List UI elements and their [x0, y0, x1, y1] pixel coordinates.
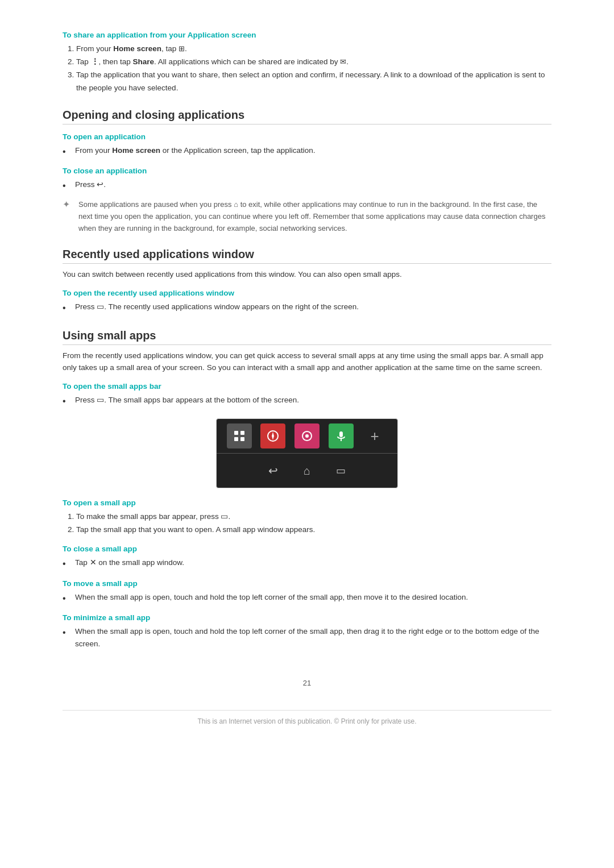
small-app-home-icon: ⌂	[294, 458, 320, 483]
close-app-text: Press ↩.	[75, 178, 106, 191]
open-recent-text: Press ▭. The recently used applications …	[75, 301, 359, 313]
move-small-app-text: When the small app is open, touch and ho…	[75, 591, 468, 604]
share-steps: From your Home screen, tap ⊞. Tap ⋮, the…	[76, 43, 551, 95]
small-app-compass-icon	[260, 423, 285, 448]
close-small-app-text: Tap ✕ on the small app window.	[75, 556, 184, 569]
opening-closing-section: Opening and closing applications To open…	[63, 109, 551, 235]
recent-btn-icon: ▭	[97, 302, 104, 311]
open-app-bullet: • From your Home screen or the Applicati…	[63, 144, 551, 159]
share-step-1: From your Home screen, tap ⊞.	[76, 43, 551, 56]
tip-text: Some applications are paused when you pr…	[78, 199, 551, 234]
page-content: To share an application from your Applic…	[63, 0, 551, 759]
open-app-subheading: To open an application	[63, 132, 551, 141]
tip-box: ✦ Some applications are paused when you …	[63, 199, 551, 234]
svg-marker-5	[272, 432, 274, 440]
open-small-bar-bullet: • Press ▭. The small apps bar appears at…	[63, 394, 551, 409]
open-app-text: From your Home screen or the Application…	[75, 144, 316, 157]
bullet-dot-4: •	[63, 394, 73, 409]
bullet-dot: •	[63, 144, 73, 159]
opening-closing-heading: Opening and closing applications	[63, 109, 551, 124]
minimize-small-app-text: When the small app is open, touch and ho…	[75, 625, 551, 650]
minimize-small-app-bullet: • When the small app is open, touch and …	[63, 625, 551, 650]
small-app-mic-icon	[329, 423, 354, 448]
page-footer-area: 21 This is an Internet version of this p…	[63, 679, 551, 725]
small-apps-top-row: +	[217, 419, 397, 454]
small-apps-heading: Using small apps	[63, 329, 551, 345]
share-step-2: Tap ⋮, then tap Share. All applications …	[76, 56, 551, 69]
page-number: 21	[63, 679, 551, 687]
minimize-small-app-subheading: To minimize a small app	[63, 613, 551, 622]
open-small-bar-subheading: To open the small apps bar	[63, 382, 551, 391]
open-recent-subheading: To open the recently used applications w…	[63, 289, 551, 297]
move-small-app-bullet: • When the small app is open, touch and …	[63, 591, 551, 606]
small-apps-intro: From the recently used applications wind…	[63, 350, 551, 374]
bottom-spacer-left	[227, 458, 252, 483]
close-small-app-bullet: • Tap ✕ on the small app window.	[63, 556, 551, 571]
grid-icon: ⊞	[179, 43, 185, 55]
svg-rect-1	[240, 431, 244, 435]
bullet-dot-3: •	[63, 301, 73, 315]
share-indicator-icon: ✉	[340, 56, 346, 68]
small-apps-section: Using small apps From the recently used …	[63, 329, 551, 650]
share-step-3: Tap the application that you want to sha…	[76, 69, 551, 95]
recently-used-section: Recently used applications window You ca…	[63, 248, 551, 315]
small-app-pink-icon	[294, 423, 320, 448]
svg-rect-3	[240, 437, 244, 441]
recently-used-heading: Recently used applications window	[63, 248, 551, 264]
share-section: To share an application from your Applic…	[63, 31, 551, 95]
svg-rect-2	[234, 437, 238, 441]
tip-icon: ✦	[63, 199, 74, 210]
open-small-app-step-1: To make the small apps bar appear, press…	[76, 510, 551, 524]
bottom-spacer-right	[362, 458, 387, 483]
open-small-bar-text: Press ▭. The small apps bar appears at t…	[75, 394, 299, 406]
svg-rect-7	[339, 431, 343, 437]
close-small-app-subheading: To close a small app	[63, 545, 551, 553]
bullet-dot-5: •	[63, 556, 73, 571]
small-app-rect-icon: ▭	[329, 458, 354, 483]
open-recent-bullet: • Press ▭. The recently used application…	[63, 301, 551, 315]
small-apps-bottom-row: ↩ ⌂ ▭	[217, 454, 397, 488]
bullet-dot-6: •	[63, 591, 73, 606]
bullet-dot-7: •	[63, 625, 73, 640]
share-heading: To share an application from your Applic…	[63, 31, 551, 39]
open-small-app-subheading: To open a small app	[63, 499, 551, 507]
open-small-app-step-2: Tap the small app that you want to open.…	[76, 524, 551, 537]
svg-point-6	[305, 434, 309, 438]
small-app-plus-icon: +	[362, 423, 387, 448]
svg-rect-0	[234, 431, 238, 435]
bullet-dot-2: •	[63, 178, 73, 193]
close-x-icon: ✕	[90, 558, 97, 567]
small-app-grid-icon	[227, 423, 252, 448]
footer-text: This is an Internet version of this publ…	[63, 710, 551, 725]
open-small-app-steps: To make the small apps bar appear, press…	[76, 510, 551, 537]
close-app-subheading: To close an application	[63, 167, 551, 175]
recently-used-intro: You can switch between recently used app…	[63, 268, 551, 281]
close-app-bullet: • Press ↩.	[63, 178, 551, 193]
small-apps-bar-image: + ↩ ⌂ ▭	[216, 418, 398, 488]
move-small-app-subheading: To move a small app	[63, 579, 551, 588]
small-bar-btn-icon: ▭	[97, 396, 104, 404]
small-app-back-icon: ↩	[260, 458, 285, 483]
